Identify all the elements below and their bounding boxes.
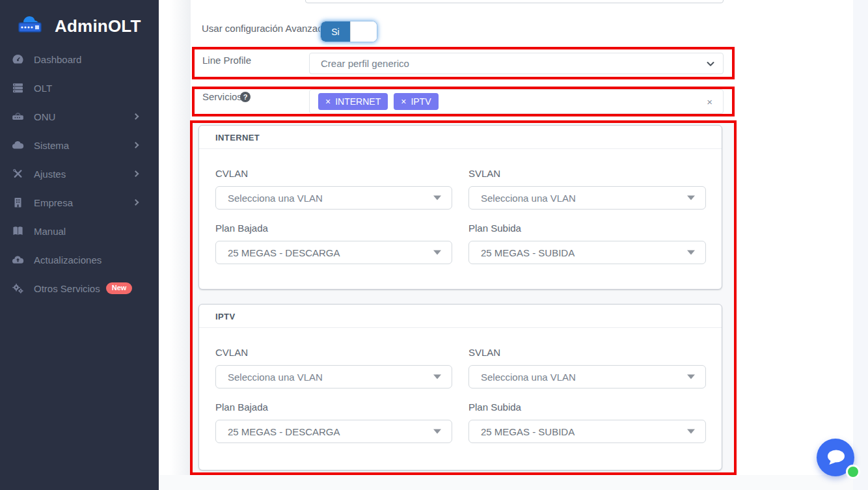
help-icon[interactable]: ? <box>240 92 251 102</box>
sidebar-item-label: Actualizaciones <box>34 254 102 265</box>
sidebar-item-label: Manual <box>34 226 66 237</box>
brand-router-cloud-icon <box>14 12 48 40</box>
plan-subida-label: Plan Subida <box>468 402 706 413</box>
line-profile-select[interactable]: Crear perfil generico <box>309 53 724 74</box>
cvlan-field: CVLAN Selecciona una VLAN <box>215 347 452 388</box>
sidebar-item-ajustes[interactable]: Ajustes <box>0 159 159 188</box>
input-above-cut-off[interactable] <box>305 0 724 3</box>
plan-subida-field: Plan Subida 25 MEGAS - SUBIDA <box>468 223 706 264</box>
svlan-field: SVLAN Selecciona una VLAN <box>468 168 706 210</box>
remove-tag-icon[interactable]: × <box>325 96 331 107</box>
svlan-value: Selecciona una VLAN <box>481 193 576 204</box>
sidebar: AdminOLT Dashboard <box>0 0 159 490</box>
svlan-select[interactable]: Selecciona una VLAN <box>468 365 706 388</box>
servicios-label: Servicios <box>202 91 242 102</box>
content-left-shadow <box>159 0 191 490</box>
dashboard-icon <box>11 53 25 66</box>
internet-section-card: INTERNET CVLAN Selecciona una VLAN SVLAN… <box>198 125 722 290</box>
tag-iptv: × IPTV <box>394 93 438 110</box>
line-profile-label: Line Profile <box>202 55 251 66</box>
cvlan-label: CVLAN <box>215 347 452 358</box>
cvlan-select[interactable]: Selecciona una VLAN <box>215 365 452 388</box>
divider <box>199 148 722 149</box>
section-title: INTERNET <box>199 126 722 143</box>
cvlan-select[interactable]: Selecciona una VLAN <box>215 186 452 210</box>
tag-label: INTERNET <box>335 96 381 107</box>
new-badge: New <box>106 282 133 294</box>
plan-bajada-label: Plan Bajada <box>215 223 452 234</box>
tools-icon <box>11 167 25 180</box>
plan-bajada-value: 25 MEGAS - DESCARGA <box>228 426 340 437</box>
building-icon <box>11 196 25 209</box>
svlan-label: SVLAN <box>468 347 706 358</box>
sidebar-item-label: ONU <box>34 111 55 122</box>
cvlan-label: CVLAN <box>215 168 452 179</box>
plan-bajada-field: Plan Bajada 25 MEGAS - DESCARGA <box>215 402 452 443</box>
plan-subida-select[interactable]: 25 MEGAS - SUBIDA <box>468 420 706 443</box>
sidebar-item-label: Dashboard <box>34 54 81 65</box>
server-rack-icon <box>11 81 25 94</box>
plan-subida-value: 25 MEGAS - SUBIDA <box>481 247 575 258</box>
cloud-upload-icon <box>11 253 25 266</box>
plan-subida-value: 25 MEGAS - SUBIDA <box>481 426 575 437</box>
svlan-field: SVLAN Selecciona una VLAN <box>468 347 706 388</box>
sidebar-item-label: Otros Servicios <box>34 283 100 294</box>
gears-icon <box>11 282 25 295</box>
sidebar-item-otros-servicios[interactable]: Otros Servicios New <box>0 274 159 303</box>
line-profile-value: Crear perfil generico <box>321 58 409 69</box>
brand-logo[interactable]: AdminOLT <box>0 0 159 42</box>
sidebar-item-label: Ajustes <box>34 169 66 180</box>
plan-bajada-field: Plan Bajada 25 MEGAS - DESCARGA <box>215 223 452 264</box>
toggle-on-label: Si <box>321 21 350 42</box>
plan-subida-field: Plan Subida 25 MEGAS - SUBIDA <box>468 402 706 443</box>
toggle-handle <box>350 21 377 42</box>
cvlan-field: CVLAN Selecciona una VLAN <box>215 168 452 210</box>
caret-down-icon <box>687 429 695 434</box>
plan-subida-select[interactable]: 25 MEGAS - SUBIDA <box>468 241 706 264</box>
book-icon <box>11 225 25 238</box>
sidebar-item-empresa[interactable]: Empresa <box>0 188 159 217</box>
sidebar-nav: Dashboard OLT <box>0 45 159 303</box>
chevron-right-icon <box>133 199 139 206</box>
cvlan-value: Selecciona una VLAN <box>228 372 323 383</box>
brand-name: AdminOLT <box>55 16 141 36</box>
plan-subida-label: Plan Subida <box>468 223 706 234</box>
tag-label: IPTV <box>411 96 431 107</box>
sidebar-item-label: Sistema <box>34 140 69 151</box>
sidebar-item-onu[interactable]: ONU <box>0 102 159 131</box>
svlan-label: SVLAN <box>468 168 706 179</box>
remove-tag-icon[interactable]: × <box>401 96 406 107</box>
tag-internet: × INTERNET <box>318 93 388 110</box>
servicios-multiselect[interactable]: × INTERNET × IPTV × <box>309 89 724 114</box>
chevron-right-icon <box>133 170 139 177</box>
svlan-select[interactable]: Selecciona una VLAN <box>468 186 706 210</box>
app-screen: AdminOLT Dashboard <box>0 0 868 490</box>
caret-down-icon <box>687 251 695 255</box>
clear-all-icon[interactable]: × <box>707 96 712 107</box>
page-right-gutter <box>853 0 868 490</box>
plan-bajada-value: 25 MEGAS - DESCARGA <box>228 247 340 258</box>
plan-bajada-select[interactable]: 25 MEGAS - DESCARGA <box>215 241 452 264</box>
chevron-down-icon <box>706 59 715 68</box>
sidebar-item-sistema[interactable]: Sistema <box>0 131 159 159</box>
iptv-section-card: IPTV CVLAN Selecciona una VLAN SVLAN Sel… <box>198 304 722 470</box>
online-status-dot <box>846 465 860 479</box>
caret-down-icon <box>433 251 441 255</box>
sidebar-item-manual[interactable]: Manual <box>0 217 159 245</box>
plan-bajada-select[interactable]: 25 MEGAS - DESCARGA <box>215 420 452 443</box>
sidebar-item-olt[interactable]: OLT <box>0 74 159 102</box>
section-title: IPTV <box>199 305 722 321</box>
router-device-icon <box>11 110 25 123</box>
advanced-config-label: Usar configuración Avanzada <box>202 23 329 34</box>
cvlan-value: Selecciona una VLAN <box>228 193 323 204</box>
svlan-value: Selecciona una VLAN <box>481 372 576 383</box>
chevron-right-icon <box>133 142 139 148</box>
sidebar-item-label: OLT <box>34 83 52 94</box>
caret-down-icon <box>433 429 441 434</box>
plan-bajada-label: Plan Bajada <box>215 402 452 413</box>
advanced-config-toggle[interactable]: Si <box>320 21 377 42</box>
cloud-icon <box>11 139 25 152</box>
sidebar-item-dashboard[interactable]: Dashboard <box>0 45 159 74</box>
sidebar-item-actualizaciones[interactable]: Actualizaciones <box>0 245 159 274</box>
divider <box>199 327 722 328</box>
